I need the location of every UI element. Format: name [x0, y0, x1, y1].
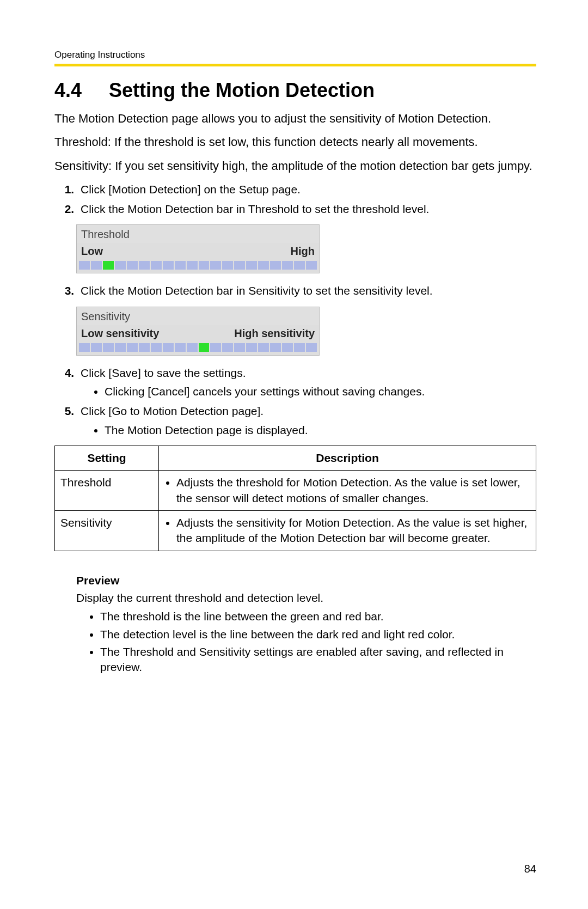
bar-segment[interactable]: [151, 261, 162, 270]
bar-segment[interactable]: [270, 261, 281, 270]
bar-segment[interactable]: [199, 343, 210, 352]
step-4: Click [Save] to save the settings. Click…: [77, 365, 536, 400]
bar-segment[interactable]: [139, 261, 150, 270]
bar-segment[interactable]: [187, 343, 198, 352]
step-5-sublist: The Motion Detection page is displayed.: [81, 423, 536, 438]
section-heading: 4.4 Setting the Motion Detection: [54, 77, 536, 104]
sensitivity-bar[interactable]: [77, 343, 319, 355]
bar-segment[interactable]: [222, 261, 233, 270]
preview-bullet-0: The threshold is the line between the gr…: [100, 609, 536, 624]
bar-segment[interactable]: [270, 343, 281, 352]
section-number: 4.4: [54, 77, 103, 104]
step-4-sublist: Clicking [Cancel] cancels your settings …: [81, 384, 536, 399]
bar-segment[interactable]: [306, 343, 317, 352]
bar-segment[interactable]: [258, 343, 269, 352]
sensitivity-widget: Sensitivity Low sensitivity High sensiti…: [76, 307, 320, 356]
threshold-widget-title: Threshold: [77, 225, 319, 243]
bar-segment[interactable]: [210, 343, 221, 352]
bar-segment[interactable]: [246, 261, 257, 270]
step-4-text: Click [Save] to save the settings.: [81, 367, 246, 379]
bar-segment[interactable]: [199, 261, 210, 270]
sensitivity-widget-title: Sensitivity: [77, 307, 319, 325]
intro-line-1: The Motion Detection page allows you to …: [54, 111, 536, 127]
step-5-sub: The Motion Detection page is displayed.: [105, 423, 536, 438]
threshold-widget: Threshold Low High: [76, 224, 320, 273]
bar-segment[interactable]: [151, 343, 162, 352]
threshold-high-label: High: [291, 244, 315, 259]
cell-desc-0-text: Adjusts the threshold for Motion Detecti…: [176, 475, 530, 506]
intro-line-2: Threshold: If the threshold is set low, …: [54, 134, 536, 150]
bar-segment[interactable]: [294, 261, 305, 270]
bar-segment[interactable]: [139, 343, 150, 352]
cell-desc-0: Adjusts the threshold for Motion Detecti…: [159, 471, 536, 511]
cell-setting-0: Threshold: [55, 471, 159, 511]
bar-segment[interactable]: [79, 343, 90, 352]
document-page: Operating Instructions 4.4 Setting the M…: [0, 0, 588, 909]
bar-segment[interactable]: [115, 343, 126, 352]
bar-segment[interactable]: [210, 261, 221, 270]
bar-segment[interactable]: [79, 261, 90, 270]
step-5: Click [Go to Motion Detection page]. The…: [77, 404, 536, 438]
cell-desc-1-text: Adjusts the sensitivity for Motion Detec…: [176, 515, 530, 546]
preview-heading: Preview: [76, 573, 536, 588]
bar-segment[interactable]: [246, 343, 257, 352]
bar-segment[interactable]: [222, 343, 233, 352]
bar-segment[interactable]: [282, 343, 293, 352]
step-2-text: Click the Motion Detection bar in Thresh…: [81, 203, 429, 215]
bar-segment[interactable]: [258, 261, 269, 270]
page-number: 84: [524, 862, 536, 876]
bar-segment[interactable]: [127, 261, 138, 270]
threshold-widget-labels: Low High: [77, 243, 319, 261]
steps-list-cont-4: Click [Save] to save the settings. Click…: [54, 365, 536, 438]
bar-segment[interactable]: [175, 343, 186, 352]
bar-segment[interactable]: [175, 261, 186, 270]
th-description: Description: [159, 446, 536, 471]
preview-text: Display the current threshold and detect…: [76, 590, 536, 606]
sensitivity-widget-labels: Low sensitivity High sensitivity: [77, 325, 319, 343]
preview-bullets: The threshold is the line between the gr…: [76, 609, 536, 675]
bar-segment[interactable]: [115, 261, 126, 270]
step-5-text: Click [Go to Motion Detection page].: [81, 405, 264, 417]
bar-segment[interactable]: [306, 261, 317, 270]
preview-bullet-1: The detection level is the line between …: [100, 627, 536, 642]
th-setting: Setting: [55, 446, 159, 471]
header-rule: [54, 64, 536, 66]
sensitivity-high-label: High sensitivity: [234, 326, 315, 341]
running-header: Operating Instructions: [54, 49, 536, 62]
bar-segment[interactable]: [294, 343, 305, 352]
bar-segment[interactable]: [282, 261, 293, 270]
cell-desc-1: Adjusts the sensitivity for Motion Detec…: [159, 511, 536, 551]
preview-bullet-2: The Threshold and Sensitivity settings a…: [100, 644, 536, 675]
threshold-low-label: Low: [81, 244, 103, 259]
bar-segment[interactable]: [234, 261, 245, 270]
step-2: Click the Motion Detection bar in Thresh…: [77, 202, 536, 217]
bar-segment[interactable]: [91, 261, 102, 270]
bar-segment[interactable]: [187, 261, 198, 270]
section-title-text: Setting the Motion Detection: [109, 79, 375, 101]
bar-segment[interactable]: [103, 343, 114, 352]
bar-segment[interactable]: [234, 343, 245, 352]
bar-segment[interactable]: [103, 261, 114, 270]
bar-segment[interactable]: [163, 343, 174, 352]
step-3: Click the Motion Detection bar in Sensit…: [77, 283, 536, 298]
steps-list: Click [Motion Detection] on the Setup pa…: [54, 182, 536, 217]
bar-segment[interactable]: [127, 343, 138, 352]
table-row: Sensitivity Adjusts the sensitivity for …: [55, 511, 536, 551]
sensitivity-low-label: Low sensitivity: [81, 326, 159, 341]
bar-segment[interactable]: [163, 261, 174, 270]
threshold-bar[interactable]: [77, 261, 319, 273]
step-4-sub: Clicking [Cancel] cancels your settings …: [105, 384, 536, 399]
cell-setting-1: Sensitivity: [55, 511, 159, 551]
steps-list-cont-3: Click the Motion Detection bar in Sensit…: [54, 283, 536, 298]
step-1: Click [Motion Detection] on the Setup pa…: [77, 182, 536, 197]
intro-line-3: Sensitivity: If you set sensitivity high…: [54, 158, 536, 174]
settings-table: Setting Description Threshold Adjusts th…: [54, 446, 536, 551]
bar-segment[interactable]: [91, 343, 102, 352]
table-row: Threshold Adjusts the threshold for Moti…: [55, 471, 536, 511]
